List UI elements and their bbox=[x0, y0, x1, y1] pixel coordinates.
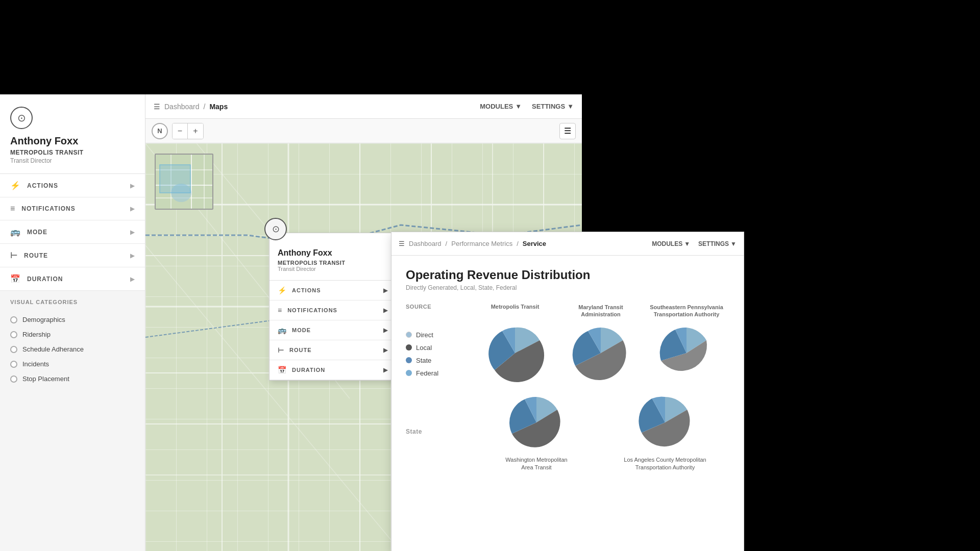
radio-ridership[interactable] bbox=[10, 331, 17, 338]
legend-dot-federal bbox=[406, 370, 412, 376]
user-name-back: Anthony Foxx bbox=[10, 135, 135, 147]
category-incidents[interactable]: Incidents bbox=[10, 357, 135, 371]
breadcrumb-current-back: Maps bbox=[209, 103, 228, 111]
floating-panel: ⊙ Anthony Foxx METROPOLIS TRANSIT Transi… bbox=[269, 233, 397, 381]
chevron-float-notifications: ▶ bbox=[383, 307, 388, 314]
radio-incidents[interactable] bbox=[10, 361, 17, 368]
float-user-name: Anthony Foxx bbox=[278, 248, 388, 258]
header-actions-back: MODULES ▼ SETTINGS ▼ bbox=[480, 103, 574, 110]
float-nav-notifications[interactable]: ≡ NOTIFICATIONS ▶ bbox=[270, 300, 396, 320]
source-col-header: SOURCE bbox=[406, 304, 472, 318]
legend-dot-local bbox=[406, 344, 412, 350]
sidebar-item-route-back[interactable]: ⊢ ROUTE ▶ bbox=[0, 244, 145, 267]
sidebar-item-duration-back[interactable]: 📅 DURATION ▶ bbox=[0, 267, 145, 291]
legend-direct: Direct bbox=[406, 331, 472, 339]
chevron-float-mode: ▶ bbox=[383, 327, 388, 334]
top-charts-row: Direct Local State Federal bbox=[406, 322, 729, 384]
chevron-actions-back: ▶ bbox=[130, 182, 135, 189]
float-user-title: Transit Director bbox=[278, 266, 388, 272]
org-name-back: METROPOLIS TRANSIT bbox=[10, 149, 135, 156]
legend-label-state: State bbox=[416, 357, 431, 364]
window-front-header: ☰ Dashboard / Performance Metrics / Serv… bbox=[391, 232, 744, 256]
lacmta-label: Los Angeles County MetropolitanTransport… bbox=[624, 456, 706, 472]
radio-demographics[interactable] bbox=[10, 316, 17, 323]
zoom-out-button[interactable]: − bbox=[173, 123, 188, 139]
legend-dot-direct bbox=[406, 332, 412, 338]
category-label-stop-placement: Stop Placement bbox=[22, 375, 69, 383]
category-label-demographics: Demographics bbox=[22, 316, 65, 323]
legend-local: Local bbox=[406, 344, 472, 352]
modules-button-front[interactable]: MODULES ▼ bbox=[652, 240, 690, 247]
float-notifications-icon: ≡ bbox=[278, 306, 282, 314]
zoom-controls: − + bbox=[172, 123, 204, 139]
breadcrumb-sep-back: / bbox=[204, 103, 206, 111]
sidebar-item-actions-back[interactable]: ⚡ ACTIONS ▶ bbox=[0, 174, 145, 197]
sidebar-item-notifications-back[interactable]: ≡ NOTIFICATIONS ▶ bbox=[0, 197, 145, 220]
float-panel-user: Anthony Foxx METROPOLIS TRANSIT Transit … bbox=[270, 233, 396, 281]
chevron-float-actions: ▶ bbox=[383, 287, 388, 294]
user-title-back: Transit Director bbox=[10, 157, 135, 164]
category-demographics[interactable]: Demographics bbox=[10, 312, 135, 327]
actions-icon-back: ⚡ bbox=[10, 181, 21, 190]
category-label-incidents: Incidents bbox=[22, 360, 49, 368]
pie-lacmta: Los Angeles County MetropolitanTransport… bbox=[601, 392, 729, 472]
pie-chart-wmata bbox=[506, 392, 567, 453]
pie-chart-metropolis bbox=[484, 322, 546, 384]
float-nav-mode[interactable]: 🚌 MODE ▶ bbox=[270, 320, 396, 340]
legend-label-local: Local bbox=[416, 344, 432, 352]
float-nav-actions[interactable]: ⚡ ACTIONS ▶ bbox=[270, 281, 396, 300]
hamburger-icon-front[interactable]: ☰ bbox=[399, 240, 405, 247]
category-schedule[interactable]: Schedule Adherance bbox=[10, 342, 135, 357]
float-duration-icon: 📅 bbox=[278, 366, 287, 374]
mode-icon-back: 🚌 bbox=[10, 227, 21, 237]
pie-wmata: Washington MetropolitanArea Transit bbox=[472, 392, 601, 472]
pie-chart-lacmta bbox=[634, 392, 696, 453]
notifications-icon-back: ≡ bbox=[10, 204, 15, 213]
pie-chart-maryland bbox=[570, 322, 631, 384]
legend-label-federal: Federal bbox=[416, 369, 438, 377]
hamburger-icon-back[interactable]: ☰ bbox=[154, 103, 160, 111]
chevron-float-duration: ▶ bbox=[383, 367, 388, 373]
wmata-label: Washington MetropolitanArea Transit bbox=[505, 456, 567, 472]
sidebar-item-mode-back[interactable]: 🚌 MODE ▶ bbox=[0, 220, 145, 244]
legend-federal: Federal bbox=[406, 369, 472, 377]
radio-schedule[interactable] bbox=[10, 346, 17, 353]
float-actions-icon: ⚡ bbox=[278, 286, 287, 294]
duration-icon-back: 📅 bbox=[10, 274, 21, 284]
breadcrumb-parent2: Performance Metrics bbox=[451, 240, 512, 247]
user-section-back: ⊙ Anthony Foxx METROPOLIS TRANSIT Transi… bbox=[0, 94, 145, 174]
settings-button-back[interactable]: SETTINGS ▼ bbox=[532, 103, 574, 110]
map-menu-button[interactable]: ☰ bbox=[559, 123, 576, 139]
radio-stop-placement[interactable] bbox=[10, 375, 17, 383]
chevron-float-route: ▶ bbox=[383, 347, 388, 354]
window-front: ☰ Dashboard / Performance Metrics / Serv… bbox=[391, 232, 744, 551]
window-back-header: ☰ Dashboard / Maps MODULES ▼ SETTINGS ▼ bbox=[145, 94, 582, 119]
logo-area-back: ⊙ bbox=[10, 107, 135, 129]
float-logo: ⊙ bbox=[264, 218, 287, 240]
breadcrumb-parent-back: Dashboard bbox=[164, 103, 200, 111]
agency2-header: Maryland TransitAdministration bbox=[558, 304, 644, 318]
float-nav-route[interactable]: ⊢ ROUTE ▶ bbox=[270, 340, 396, 360]
float-nav-duration[interactable]: 📅 DURATION ▶ bbox=[270, 360, 396, 380]
legend-label-direct: Direct bbox=[416, 331, 433, 339]
float-org-name: METROPOLIS TRANSIT bbox=[278, 260, 388, 266]
agency1-header: Metropolis Transit bbox=[472, 304, 558, 318]
app-logo-back: ⊙ bbox=[10, 107, 33, 129]
mini-map-roads bbox=[156, 155, 213, 210]
category-label-schedule: Schedule Adherance bbox=[22, 345, 84, 353]
north-button[interactable]: N bbox=[152, 123, 168, 139]
modules-button-back[interactable]: MODULES ▼ bbox=[480, 103, 522, 110]
bottom-charts-row: State Washington MetropolitanArea Transi… bbox=[406, 392, 729, 472]
chevron-duration-back: ▶ bbox=[130, 276, 135, 283]
category-stop-placement[interactable]: Stop Placement bbox=[10, 371, 135, 386]
visual-categories-title: VISUAL CATEGORIES bbox=[10, 299, 135, 305]
settings-button-front[interactable]: SETTINGS ▼ bbox=[698, 240, 737, 247]
zoom-in-button[interactable]: + bbox=[188, 123, 203, 139]
legend-dot-state bbox=[406, 357, 412, 363]
svg-rect-24 bbox=[160, 165, 190, 193]
agency3-header: Southeastern PennsylvaniaTransportation … bbox=[644, 304, 729, 318]
category-ridership[interactable]: Ridership bbox=[10, 327, 135, 342]
breadcrumb-current-front: Service bbox=[523, 240, 546, 247]
visual-categories-section: VISUAL CATEGORIES Demographics Ridership… bbox=[0, 291, 145, 390]
pie-septa bbox=[644, 322, 729, 384]
